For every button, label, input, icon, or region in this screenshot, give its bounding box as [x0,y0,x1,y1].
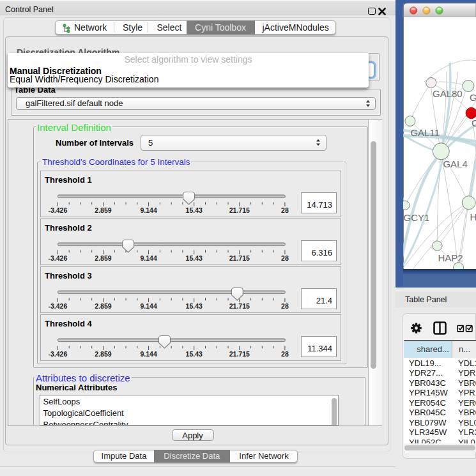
svg-text:21.715: 21.715 [229,206,250,214]
svg-text:15.43: 15.43 [186,350,203,358]
svg-text:9.144: 9.144 [140,350,157,358]
svg-text:9.144: 9.144 [140,302,157,310]
svg-text:28: 28 [281,254,289,262]
svg-text:G.: G. [470,92,476,103]
svg-text:2.859: 2.859 [95,206,111,214]
svg-text:-3.426: -3.426 [49,302,68,310]
svg-text:HAP2: HAP2 [438,252,463,263]
svg-text:-3.426: -3.426 [49,254,68,262]
svg-text:15.43: 15.43 [186,254,203,262]
svg-text:GCY1: GCY1 [404,212,430,223]
svg-text:21.715: 21.715 [229,254,250,262]
svg-text:-3.426: -3.426 [49,350,68,358]
svg-text:2.859: 2.859 [95,350,111,358]
svg-text:C: C [472,118,476,128]
svg-text:GAL11: GAL11 [410,127,440,138]
svg-text:GAL80: GAL80 [433,88,463,99]
svg-text:9.144: 9.144 [140,254,157,262]
svg-text:H: H [470,211,476,222]
svg-text:2.859: 2.859 [95,254,111,262]
svg-text:-3.426: -3.426 [49,206,68,214]
svg-text:9.144: 9.144 [140,206,157,214]
svg-text:28: 28 [281,206,289,214]
svg-text:GAL4: GAL4 [443,158,467,169]
svg-text:28: 28 [281,302,289,310]
svg-text:28: 28 [281,350,289,358]
svg-text:15.43: 15.43 [186,206,203,214]
svg-text:21.715: 21.715 [229,302,250,310]
svg-text:21.715: 21.715 [229,350,250,358]
svg-text:2.859: 2.859 [95,302,111,310]
svg-text:15.43: 15.43 [186,302,203,310]
